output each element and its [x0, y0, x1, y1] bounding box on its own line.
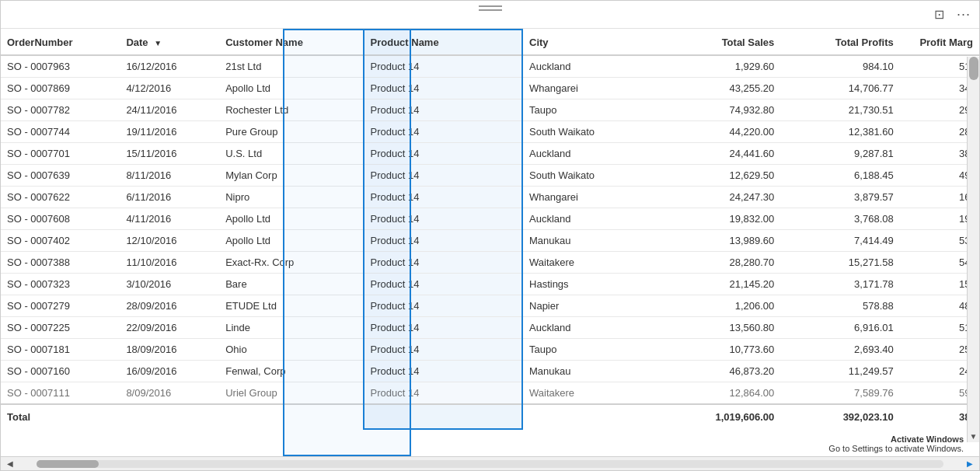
cell-date: 8/09/2016 [120, 382, 219, 405]
data-table: OrderNumber Date ▼ Customer Name Product… [1, 29, 979, 430]
header-profits: Total Profits [780, 30, 899, 55]
scroll-left-arrow[interactable]: ◀ [2, 458, 18, 470]
table-row: SO - 00078694/12/2016Apollo LtdProduct 1… [1, 78, 979, 99]
drag-handle-line2 [479, 9, 502, 11]
cell-profits: 12,381.60 [780, 121, 899, 143]
table-row: SO - 000722522/09/2016LindeProduct 14Auc… [1, 317, 979, 339]
cell-profits: 9,287.81 [780, 143, 899, 165]
scrollbar-thumb[interactable] [37, 460, 99, 468]
cell-city: Waitakere [522, 252, 661, 274]
cell-customer: Linde [219, 317, 363, 339]
cell-city: Auckland [522, 317, 661, 339]
more-options-icon[interactable]: ··· [954, 5, 973, 24]
cell-profits: 3,171.78 [780, 274, 899, 295]
cell-order: SO - 0007744 [1, 121, 120, 143]
cell-date: 24/11/2016 [120, 99, 219, 121]
cell-profits: 21,730.51 [780, 99, 899, 121]
cell-order: SO - 0007963 [1, 55, 120, 78]
horizontal-scrollbar[interactable]: ◀ ▶ [1, 456, 979, 470]
sort-arrow-date: ▼ [154, 39, 162, 47]
table-row: SO - 00076084/11/2016Apollo LtdProduct 1… [1, 208, 979, 230]
cell-sales: 12,629.50 [661, 165, 780, 187]
cell-product: Product 14 [364, 187, 523, 208]
table-header: OrderNumber Date ▼ Customer Name Product… [1, 30, 979, 55]
cell-profits: 3,768.08 [780, 208, 899, 230]
table-row: SO - 000740212/10/2016Apollo LtdProduct … [1, 230, 979, 252]
cell-sales: 13,989.60 [661, 230, 780, 252]
main-window: ⊡ ··· OrderNumber Date ▼ Customer Name P… [0, 0, 980, 471]
table-row: SO - 00076398/11/2016Mylan CorpProduct 1… [1, 165, 979, 187]
scrollbar-track[interactable] [37, 460, 943, 468]
cell-customer: Ohio [219, 339, 363, 361]
window-icon[interactable]: ⊡ [929, 5, 948, 24]
header-city: City [522, 30, 661, 55]
table-footer: Total 1,019,606.00 392,023.10 38. [1, 404, 979, 429]
cell-city: Taupo [522, 339, 661, 361]
cell-profits: 984.10 [780, 55, 899, 78]
header-order: OrderNumber [1, 30, 120, 55]
cell-city: Whangarei [522, 78, 661, 99]
cell-product: Product 14 [364, 78, 523, 99]
cell-date: 19/11/2016 [120, 121, 219, 143]
cell-order: SO - 0007639 [1, 165, 120, 187]
cell-order: SO - 0007869 [1, 78, 120, 99]
cell-customer: 21st Ltd [219, 55, 363, 78]
cell-date: 18/09/2016 [120, 339, 219, 361]
cell-city: Whangarei [522, 187, 661, 208]
header-product: Product Name [364, 30, 523, 55]
cell-date: 22/09/2016 [120, 317, 219, 339]
cell-date: 6/11/2016 [120, 187, 219, 208]
cell-sales: 13,560.80 [661, 317, 780, 339]
scroll-right-arrow[interactable]: ▶ [962, 458, 978, 470]
cell-sales: 74,932.80 [661, 99, 780, 121]
footer-city [522, 404, 661, 429]
cell-order: SO - 0007279 [1, 295, 120, 317]
cell-product: Product 14 [364, 55, 523, 78]
cell-city: Manukau [522, 230, 661, 252]
table-row: SO - 000738811/10/2016Exact-Rx. CorpProd… [1, 252, 979, 274]
cell-customer: Exact-Rx. Corp [219, 252, 363, 274]
table-row: SO - 000774419/11/2016Pure GroupProduct … [1, 121, 979, 143]
cell-sales: 1,206.00 [661, 295, 780, 317]
cell-profits: 6,916.01 [780, 317, 899, 339]
vertical-scrollbar-thumb[interactable] [969, 57, 978, 80]
cell-date: 12/10/2016 [120, 230, 219, 252]
cell-profits: 2,693.40 [780, 339, 899, 361]
cell-customer: U.S. Ltd [219, 143, 363, 165]
cell-profits: 7,414.49 [780, 230, 899, 252]
header-margin: Profit Marg [900, 30, 979, 55]
cell-date: 16/12/2016 [120, 55, 219, 78]
cell-order: SO - 0007608 [1, 208, 120, 230]
table-body: SO - 000796316/12/201621st LtdProduct 14… [1, 55, 979, 404]
scroll-down-arrow[interactable]: ▼ [968, 430, 979, 442]
cell-product: Product 14 [364, 208, 523, 230]
table-container: OrderNumber Date ▼ Customer Name Product… [1, 29, 979, 456]
footer-product [364, 404, 523, 429]
footer-row: Total 1,019,606.00 392,023.10 38. [1, 404, 979, 429]
vertical-scrollbar[interactable]: ▼ [967, 57, 979, 442]
cell-sales: 21,145.20 [661, 274, 780, 295]
cell-sales: 19,832.00 [661, 208, 780, 230]
cell-product: Product 14 [364, 295, 523, 317]
cell-date: 16/09/2016 [120, 361, 219, 382]
cell-sales: 28,280.70 [661, 252, 780, 274]
cell-sales: 1,929.60 [661, 55, 780, 78]
cell-city: South Waikato [522, 165, 661, 187]
cell-customer: Fenwal, Corp [219, 361, 363, 382]
cell-city: Auckland [522, 143, 661, 165]
cell-product: Product 14 [364, 121, 523, 143]
drag-handle[interactable] [479, 5, 502, 11]
cell-order: SO - 0007622 [1, 187, 120, 208]
cell-date: 4/11/2016 [120, 208, 219, 230]
table-row: SO - 000770115/11/2016U.S. LtdProduct 14… [1, 143, 979, 165]
cell-order: SO - 0007388 [1, 252, 120, 274]
cell-order: SO - 0007225 [1, 317, 120, 339]
cell-customer: Rochester Ltd [219, 99, 363, 121]
table-row: SO - 000796316/12/201621st LtdProduct 14… [1, 55, 979, 78]
cell-product: Product 14 [364, 99, 523, 121]
cell-customer: Uriel Group [219, 382, 363, 405]
footer-sales: 1,019,606.00 [661, 404, 780, 429]
cell-product: Product 14 [364, 143, 523, 165]
cell-order: SO - 0007111 [1, 382, 120, 405]
cell-order: SO - 0007402 [1, 230, 120, 252]
